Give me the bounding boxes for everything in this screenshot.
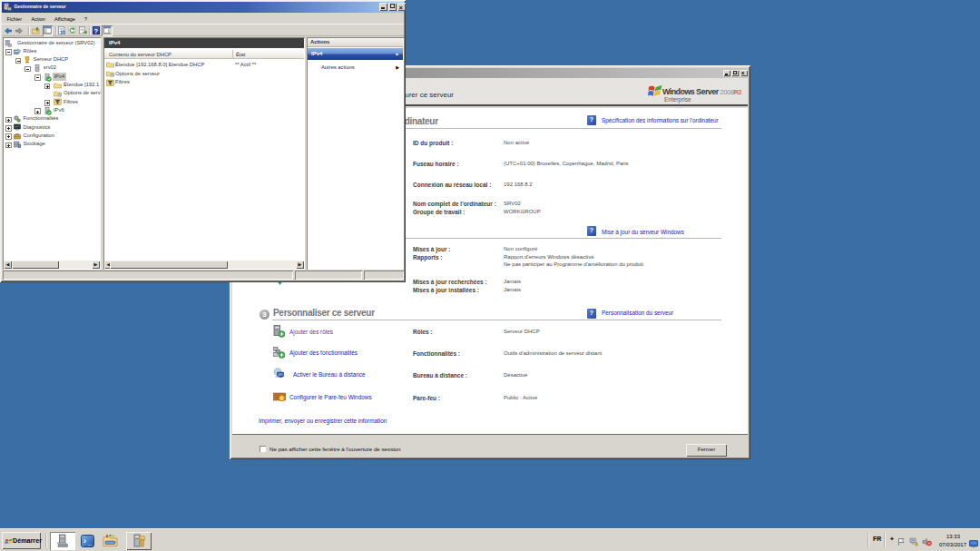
svg-text:!: !	[916, 543, 916, 546]
